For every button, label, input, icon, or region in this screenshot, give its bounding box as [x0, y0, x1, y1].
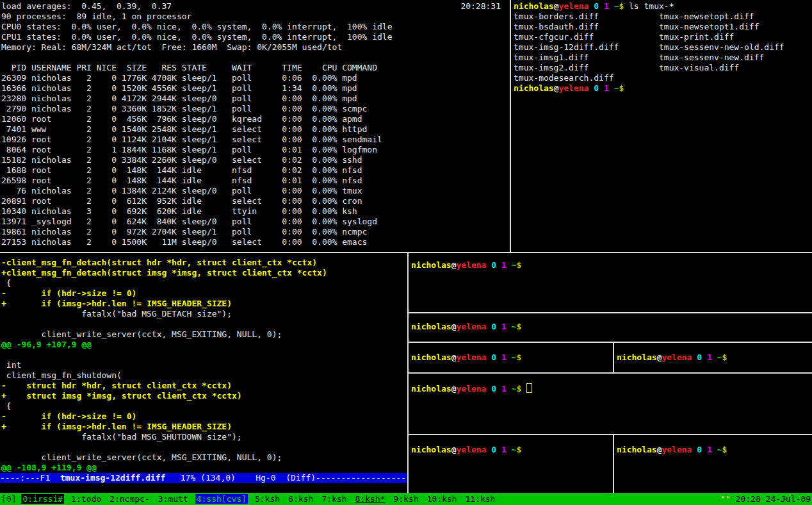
top-clock: 20:28:31: [460, 1, 501, 12]
pane-shell-4-active[interactable]: nicholas@yelena 0 1 ~$: [409, 374, 812, 434]
status-window-8[interactable]: 8:ksh*: [353, 494, 386, 504]
process-row: 1688 root 2 0 148K 144K idle nfsd 0:02 0…: [1, 165, 510, 176]
diff-line-add: + if (imsg->hdr.len != IMSG_HEADER_SIZE): [1, 422, 407, 432]
diff-line-ctx: [1, 350, 407, 360]
status-window-10[interactable]: 10:ksh: [425, 494, 458, 504]
process-row: 8064 root 2 1 1844K 1168K sleep/1 poll 0…: [1, 145, 510, 155]
shell-prompt: nicholas@yelena 0 1 ~$: [617, 445, 812, 455]
diff-line-ctx: {: [1, 278, 407, 288]
shell-prompt-line: nicholas@yelena 0 1 ~$: [411, 383, 812, 393]
diff-line-ctx: client_msg_fn_shutdown(: [1, 370, 407, 381]
file-list-row: tmux-borders.diff tmux-newsetopt.diff: [514, 12, 812, 22]
pane-emacs[interactable]: -client_msg_fn_detach(struct hdr *hdr, s…: [0, 253, 407, 493]
text-line: 90 processes: 89 idle, 1 on processor: [1, 12, 510, 22]
text-line: CPU1 states: 0.0% user, 0.0% nice, 0.0% …: [1, 32, 510, 42]
diff-line-del: - struct hdr *hdr, struct client_ctx *cc…: [1, 381, 407, 391]
diff-line-ctx: client_write_server(cctx, MSG_EXITING, N…: [1, 329, 407, 340]
process-row: 15182 nicholas 2 0 3384K 2260K sleep/0 s…: [1, 155, 510, 165]
pane-shell-1[interactable]: nicholas@yelena 0 1 ~$: [409, 253, 812, 312]
diff-line-add: + if (imsg->hdr.len != IMSG_HEADER_SIZE): [1, 299, 407, 309]
diff-line-add: + struct imsg *imsg, struct client_ctx *…: [1, 391, 407, 401]
status-window-4[interactable]: 4:ssh[cvs]: [195, 494, 248, 504]
process-row: 76 nicholas 2 0 1384K 2124K sleep/0 poll…: [1, 186, 510, 196]
process-row: 13971 _syslogd 2 0 624K 840K sleep/0 pol…: [1, 217, 510, 227]
top-output: load averages: 0.45, 0.39, 0.3790 proces…: [1, 1, 510, 247]
pane-shell-2[interactable]: nicholas@yelena 0 1 ~$: [409, 314, 812, 342]
diff-line-ctx: int: [1, 360, 407, 370]
process-row: 20891 root 2 0 612K 952K idle select 0:0…: [1, 196, 510, 206]
file-list-row: tmux-cfgcur.diff tmux-print.diff: [514, 32, 812, 42]
shell-prompt: nicholas@yelena 0 1 ~$: [617, 352, 812, 363]
pane-top-command[interactable]: load averages: 0.45, 0.39, 0.3790 proces…: [0, 0, 510, 252]
text-line: CPU0 states: 0.0% user, 0.0% nice, 0.0% …: [1, 22, 510, 32]
text-line: Memory: Real: 68M/324M act/tot Free: 166…: [1, 42, 510, 53]
shell-prompt: nicholas@yelena 0 1 ~$: [411, 445, 613, 455]
process-row: 26309 nicholas 2 0 1776K 4708K sleep/1 p…: [1, 73, 510, 83]
diff-line-ctx: client_write_server(cctx, MSG_EXITING, N…: [1, 452, 407, 463]
pane-shell-5-right[interactable]: nicholas@yelena 0 1 ~$: [614, 435, 812, 493]
shell-prompt-line: nicholas@yelena 0 1 ~$: [514, 83, 812, 94]
pane-border-vertical-row3[interactable]: [613, 343, 614, 372]
text-line: [1, 53, 510, 63]
emacs-modeline: ----:---F1 tmux-imsg-12diff.diff 17% (13…: [0, 473, 407, 483]
status-window-11[interactable]: 11:ksh: [464, 494, 496, 504]
diff-line-del: - if (hdr->size != 0): [1, 411, 407, 422]
tmux-status-bar: [0] 0:irssi#1:todo2:ncmpc-3:mutt4:ssh[cv…: [0, 493, 812, 505]
diff-line-ctx: fatalx("bad MSG_SHUTDOWN size");: [1, 432, 407, 442]
process-row: 12060 root 2 0 456K 796K sleep/0 kqread …: [1, 114, 510, 124]
terminal-cursor: [526, 383, 532, 393]
pane-border-right-3[interactable]: [409, 372, 812, 374]
diff-line-del: - if (hdr->size != 0): [1, 288, 407, 299]
modeline-prefix: ----:---F1: [0, 473, 60, 483]
file-list-row: tmux-bsdauth.diff tmux-newsetopt1.diff: [514, 22, 812, 32]
status-window-7[interactable]: 7:ksh: [320, 494, 348, 504]
text-line: load averages: 0.45, 0.39, 0.37: [1, 1, 510, 12]
status-window-6[interactable]: 6:ksh: [287, 494, 314, 504]
pane-border-right-1[interactable]: [409, 312, 812, 313]
diff-line-ctx: [1, 442, 407, 452]
shell-prompt: nicholas@yelena 0 1 ~$: [411, 352, 613, 363]
process-table-header: PID USERNAME PRI NICE SIZE RES STATE WAI…: [1, 63, 510, 73]
status-window-0[interactable]: 0:irssi#: [21, 494, 64, 504]
diff-line-ctx: {: [1, 401, 407, 411]
tmux-screen: load averages: 0.45, 0.39, 0.3790 proces…: [0, 0, 812, 505]
shell-prompt-line: nicholas@yelena 0 1 ~$ ls tmux-*: [514, 1, 812, 12]
process-row: 2790 nicholas 2 0 3360K 1852K sleep/1 po…: [1, 104, 510, 114]
status-window-5[interactable]: 5:ksh: [254, 494, 281, 504]
process-row: 27153 nicholas 2 0 1500K 11M sleep/0 sel…: [1, 237, 510, 247]
process-row: 7401 www 2 0 1540K 2548K sleep/1 select …: [1, 124, 510, 135]
status-window-3[interactable]: 3:mutt: [157, 494, 190, 504]
pane-border-right-2[interactable]: [409, 342, 812, 343]
pane-border-vertical-top[interactable]: [510, 0, 511, 252]
diff-line-ctx: fatalx("bad MSG_DETACH size");: [1, 309, 407, 319]
status-window-2[interactable]: 2:ncmpc-: [108, 494, 151, 504]
diff-line-add: +client_msg_fn_detach(struct imsg *imsg,…: [1, 268, 407, 278]
diff-line-hunk: @@ -96,9 +107,9 @@: [1, 340, 407, 350]
status-clock: 20:28 24-Jul-09: [736, 494, 811, 504]
status-pane-title: "": [720, 494, 731, 504]
status-window-1[interactable]: 1:todo: [70, 494, 102, 504]
pane-shell-ls[interactable]: nicholas@yelena 0 1 ~$ ls tmux-*tmux-bor…: [511, 0, 812, 252]
status-window-9[interactable]: 9:ksh: [392, 494, 419, 504]
file-list-row: tmux-imsg2.diff tmux-visual.diff: [514, 63, 812, 73]
pane-border-horizontal-main[interactable]: [0, 252, 812, 253]
pane-border-right-4[interactable]: [409, 434, 812, 435]
process-row: 16366 nicholas 2 0 1520K 4556K sleep/1 p…: [1, 83, 510, 94]
status-right: "" 20:28 24-Jul-09: [720, 494, 812, 504]
modeline-filename: tmux-imsg-12diff.diff: [60, 473, 165, 483]
process-row: 10926 root 2 0 1124K 2104K sleep/1 selec…: [1, 135, 510, 145]
process-row: 26598 root 2 0 148K 144K idle nfsd 0:01 …: [1, 176, 510, 186]
process-row: 19861 nicholas 2 0 972K 2704K sleep/1 po…: [1, 227, 510, 237]
pane-shell-3-left[interactable]: nicholas@yelena 0 1 ~$: [409, 344, 613, 372]
diff-line-del: -client_msg_fn_detach(struct hdr *hdr, s…: [1, 258, 407, 268]
file-list-row: tmux-imsg-12diff.diff tmux-sessenv-new-o…: [514, 42, 812, 53]
diff-line-ctx: [1, 319, 407, 329]
process-row: 10340 nicholas 3 0 692K 620K idle ttyin …: [1, 206, 510, 217]
pane-shell-3-right[interactable]: nicholas@yelena 0 1 ~$: [614, 344, 812, 372]
status-window-list: 0:irssi#1:todo2:ncmpc-3:mutt4:ssh[cvs]5:…: [21, 494, 502, 504]
diff-line-hunk: @@ -108,9 +119,9 @@: [1, 463, 407, 473]
pane-shell-5-left[interactable]: nicholas@yelena 0 1 ~$: [409, 435, 613, 493]
pane-border-vertical-row5[interactable]: [613, 435, 614, 493]
shell-prompt: nicholas@yelena 0 1 ~$: [411, 384, 521, 393]
shell-prompt: nicholas@yelena 0 1 ~$: [411, 322, 812, 332]
